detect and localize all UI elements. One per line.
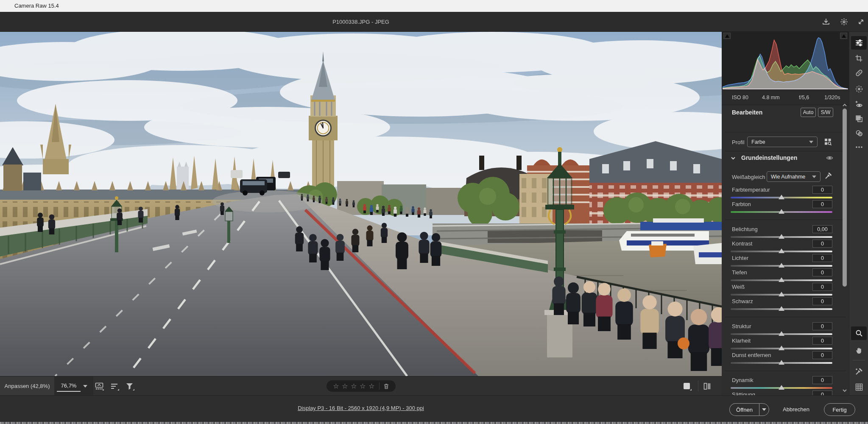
slider-thumb-klarheit[interactable] (779, 346, 784, 350)
slider-group-divider (725, 317, 846, 317)
slider-thumb-belichtung[interactable] (779, 234, 784, 239)
star-icon-5[interactable]: ☆ (367, 382, 376, 390)
cancel-button[interactable]: Abbrechen (783, 403, 809, 416)
preferences-gear-icon[interactable] (837, 15, 851, 28)
red-eye-tool-icon[interactable] (851, 98, 867, 111)
histogram[interactable] (722, 32, 849, 90)
presets-tool-icon[interactable] (851, 126, 867, 140)
profile-label: Profil (732, 139, 745, 145)
section-basic-title[interactable]: Grundeinstellungen (741, 154, 797, 161)
white-balance-select[interactable]: Wie Aufnahme (767, 171, 821, 182)
slider-label-tiefen: Tiefen (732, 269, 747, 276)
histogram-plot (723, 32, 848, 90)
slider-thumb-lichter[interactable] (779, 263, 784, 268)
slider-value-lichter[interactable]: 0 (812, 254, 832, 262)
slider-value-schwarz[interactable]: 0 (812, 297, 832, 305)
more-options-icon[interactable] (851, 140, 867, 154)
black-white-button[interactable]: S/W (818, 108, 833, 117)
reject-trash-icon[interactable] (382, 382, 391, 391)
slider-thumb-farbtemperatur[interactable] (779, 195, 784, 199)
masking-tool-icon[interactable] (851, 82, 867, 96)
slider-label-farbton: Farbton (732, 201, 751, 207)
hand-tool-icon[interactable] (851, 344, 867, 357)
slider-value-klarheit[interactable]: 0 (812, 337, 832, 345)
slider-value-farbton[interactable]: 0 (812, 200, 832, 208)
slider-thumb-struktur[interactable] (779, 331, 784, 336)
zoom-tool-icon[interactable] (851, 326, 867, 340)
section-collapse-chevron-icon[interactable] (730, 155, 736, 163)
section-visibility-eye-icon[interactable] (826, 155, 833, 163)
slider-value-dynamik[interactable]: 0 (812, 376, 832, 384)
panel-scroll-down-icon[interactable] (842, 387, 848, 395)
slider-row-dynamik: Dynamik 0 (722, 376, 842, 390)
image-preview[interactable] (0, 32, 722, 376)
window-title: Camera Raw 15.4 (0, 0, 868, 12)
slider-row-tiefen: Tiefen 0 (722, 268, 842, 282)
color-sampler-tool-icon[interactable] (851, 365, 867, 378)
profile-select[interactable]: Farbe (747, 137, 818, 147)
save-image-icon[interactable] (819, 15, 833, 28)
profile-browser-icon[interactable] (822, 136, 834, 147)
slider-thumb-farbton[interactable] (779, 209, 784, 214)
slider-value-kontrast[interactable]: 0 (812, 240, 832, 248)
slider-label-belichtung: Belichtung (732, 226, 758, 232)
white-balance-eyedropper-icon[interactable] (823, 170, 834, 182)
open-options-chevron[interactable] (759, 403, 769, 416)
slider-value-tiefen[interactable]: 0 (812, 268, 832, 276)
star-icon-3[interactable]: ☆ (349, 382, 358, 390)
photo-canvas (0, 32, 722, 376)
rating-bar: ☆☆☆☆☆ (327, 380, 396, 392)
slider-row-lichter: Lichter 0 (722, 254, 842, 268)
slider-label-s-ttigung: Sättigung (732, 391, 755, 395)
slider-value-dunst-entfernen[interactable]: 0 (812, 351, 832, 359)
slider-value-wei-[interactable]: 0 (812, 283, 832, 291)
edit-title: Bearbeiten (732, 109, 762, 116)
slider-thumb-dynamik[interactable] (779, 385, 784, 390)
star-icon-1[interactable]: ☆ (332, 382, 341, 390)
fit-mode-button[interactable]: Anpassen (42,8%) (0, 377, 54, 396)
slider-value-belichtung[interactable]: 0,00 (812, 225, 832, 233)
exif-aperture: f/5,6 (799, 90, 809, 105)
slider-thumb-schwarz[interactable] (779, 306, 784, 311)
star-icon-2[interactable]: ☆ (341, 382, 349, 390)
done-button[interactable]: Fertig (824, 403, 855, 416)
highlight-clipping-toggle[interactable] (840, 33, 847, 39)
snapshots-tool-icon[interactable] (851, 112, 867, 126)
slider-label-dunst-entfernen: Dunst entfernen (732, 352, 771, 358)
auto-button[interactable]: Auto (801, 108, 816, 117)
workflow-options-link[interactable]: Display P3 - 16 Bit - 2560 x 1920 (4,9 M… (0, 405, 722, 411)
slider-row-farbton: Farbton 0 (722, 200, 842, 214)
panel-scrollbar[interactable] (843, 109, 847, 287)
zoom-chevron-down-icon[interactable] (83, 385, 87, 388)
slider-value-s-ttigung[interactable]: 0 (812, 391, 832, 395)
healing-tool-icon[interactable] (851, 66, 867, 80)
grid-overlay-tool-icon[interactable] (851, 380, 867, 394)
slider-thumb-dunst-entfernen[interactable] (779, 360, 784, 365)
before-after-view-icon[interactable] (701, 379, 714, 393)
tool-rail-divider (853, 360, 865, 360)
bottom-bar: Display P3 - 16 Bit - 2560 x 1920 (4,9 M… (0, 395, 868, 422)
slider-label-schwarz: Schwarz (732, 298, 753, 304)
preview-toggle-icon[interactable] (680, 379, 694, 393)
slider-group-divider (725, 371, 846, 371)
slider-value-farbtemperatur[interactable]: 0 (812, 186, 832, 194)
filter-icon[interactable] (123, 379, 137, 393)
slider-thumb-kontrast[interactable] (779, 248, 784, 253)
camera-raw-window: Camera Raw 15.4 P1000338.JPG - JPEG (0, 0, 868, 424)
slider-thumb-tiefen[interactable] (779, 277, 784, 282)
crop-tool-icon[interactable] (851, 51, 867, 65)
edit-tool-icon[interactable] (851, 36, 867, 50)
star-rating[interactable]: ☆☆☆☆☆ (332, 382, 376, 390)
toolbar-divider (698, 380, 698, 391)
slider-value-struktur[interactable]: 0 (812, 322, 832, 330)
filmstrip-toggle-icon[interactable] (92, 379, 106, 393)
exif-shutter: 1/320s (824, 90, 840, 105)
zoom-level-field[interactable]: 76,7% (57, 380, 81, 392)
star-icon-4[interactable]: ☆ (358, 382, 367, 390)
open-button[interactable]: Öffnen (729, 403, 759, 416)
sort-order-icon[interactable] (108, 379, 121, 393)
shadow-clipping-toggle[interactable] (723, 33, 731, 39)
slider-thumb-wei-[interactable] (779, 292, 784, 296)
fullscreen-toggle-icon[interactable] (854, 15, 868, 28)
profile-value: Farbe (751, 139, 765, 145)
